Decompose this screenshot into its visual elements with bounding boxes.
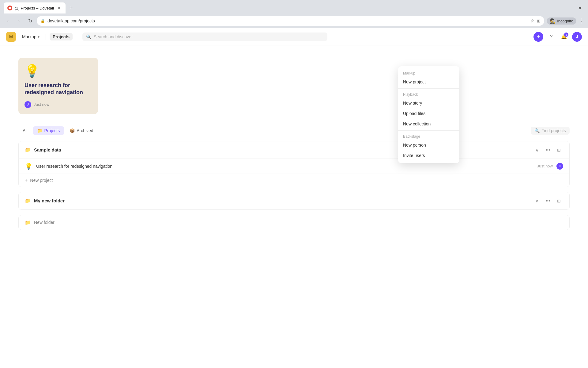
all-tab-label: All: [23, 128, 28, 133]
add-project-row[interactable]: + New project: [19, 174, 569, 187]
address-bar[interactable]: 🔒 dovetailapp.com/projects ☆ ⊞: [37, 16, 544, 26]
new-story-menu-item[interactable]: New story: [398, 98, 459, 108]
card-user-avatar: J: [24, 101, 31, 108]
my-new-folder-header: 📁 My new folder ∨ ••• ⊞: [19, 192, 569, 210]
collapse-folder-2-button[interactable]: ∨: [533, 197, 541, 205]
project-row-emoji: 💡: [25, 163, 32, 170]
projects-tab-icon: 📁: [37, 128, 43, 133]
notification-badge: 1: [564, 33, 568, 37]
projects-nav-link[interactable]: Projects: [50, 33, 73, 40]
new-tab-button[interactable]: +: [67, 4, 75, 12]
reload-button[interactable]: ↻: [26, 17, 34, 25]
dropdown-divider-2: [398, 130, 459, 131]
project-row-avatar: J: [556, 163, 563, 170]
find-projects-icon: 🔍: [534, 128, 540, 133]
archived-tab-icon: 📦: [70, 128, 75, 133]
folder-icon: 📁: [25, 147, 31, 153]
card-timestamp: Just now: [34, 102, 49, 107]
find-projects-search[interactable]: 🔍 Find projects: [531, 127, 570, 135]
search-placeholder-text: Search and discover: [94, 34, 133, 39]
workspace-dropdown[interactable]: Markup ▾: [20, 33, 42, 40]
card-emoji: 💡: [24, 64, 92, 78]
dropdown-divider-1: [398, 88, 459, 89]
folder-actions: ∧ ••• ⊞: [533, 146, 563, 154]
new-folder-row[interactable]: 📁 New folder: [18, 215, 570, 230]
folder-actions-2: ∨ ••• ⊞: [533, 197, 563, 205]
filter-all-tab[interactable]: All: [18, 126, 32, 135]
add-project-label: New project: [30, 178, 53, 183]
header-actions: + ? 🔔 1 J: [533, 32, 582, 42]
forward-button[interactable]: ›: [15, 17, 23, 25]
address-text: dovetailapp.com/projects: [47, 18, 528, 23]
new-collection-menu-item[interactable]: New collection: [398, 119, 459, 129]
tab-title: (1) Projects – Dovetail: [15, 6, 54, 10]
global-search-bar[interactable]: 🔍 Search and discover: [82, 33, 327, 41]
new-folder-icon: 📁: [25, 220, 31, 225]
new-project-menu-item[interactable]: New project: [398, 77, 459, 87]
chevron-down-icon: ▾: [38, 35, 40, 39]
card-title: User research for redesigned navigation: [24, 82, 92, 96]
playback-section-label: Playback: [398, 90, 459, 98]
question-mark-icon: ?: [550, 34, 553, 40]
sample-data-folder: 📁 Sample data ∧ ••• ⊞ 💡 User research fo…: [18, 141, 570, 187]
nav-divider: [46, 34, 46, 40]
incognito-badge: 🕵 Incognito: [547, 17, 576, 25]
user-avatar[interactable]: J: [572, 32, 582, 42]
bookmark-icon[interactable]: ☆: [530, 18, 534, 23]
active-tab[interactable]: (1) Projects – Dovetail ×: [4, 2, 66, 13]
new-folder-label: New folder: [34, 220, 55, 225]
folder-2-grid-button[interactable]: ⊞: [555, 197, 563, 205]
project-row-time: Just now: [537, 164, 553, 168]
filter-projects-tab[interactable]: 📁 Projects: [33, 126, 64, 135]
search-icon: 🔍: [86, 34, 91, 39]
filter-archived-tab[interactable]: 📦 Archived: [65, 126, 97, 135]
app-header: M Markup ▾ Projects 🔍 Search and discove…: [0, 28, 588, 45]
markup-section-label: Markup: [398, 69, 459, 77]
extensions-icon[interactable]: ⊞: [537, 18, 541, 23]
folder-name-2: My new folder: [34, 198, 530, 203]
app-container: M Markup ▾ Projects 🔍 Search and discove…: [0, 28, 588, 368]
tab-bar: (1) Projects – Dovetail × + ▾: [0, 0, 588, 13]
tab-end-controls: ▾: [576, 4, 584, 12]
backstage-section-label: Backstage: [398, 132, 459, 140]
project-card[interactable]: 💡 User research for redesigned navigatio…: [18, 58, 98, 114]
invite-users-menu-item[interactable]: Invite users: [398, 150, 459, 161]
main-content: 💡 User research for redesigned navigatio…: [0, 45, 588, 368]
projects-tab-label: Projects: [44, 128, 60, 133]
create-new-button[interactable]: +: [533, 32, 543, 42]
new-person-menu-item[interactable]: New person: [398, 140, 459, 150]
incognito-label: Incognito: [557, 19, 573, 23]
find-projects-placeholder: Find projects: [541, 128, 566, 133]
add-project-plus-icon: +: [25, 178, 28, 183]
folder-grid-button[interactable]: ⊞: [555, 146, 563, 154]
workspace-avatar: M: [6, 32, 16, 42]
my-new-folder: 📁 My new folder ∨ ••• ⊞: [18, 192, 570, 210]
upload-files-menu-item[interactable]: Upload files: [398, 108, 459, 119]
project-row-name: User research for redesigned navigation: [36, 164, 533, 169]
tab-close-button[interactable]: ×: [56, 5, 62, 11]
filter-tabs: All 📁 Projects 📦 Archived 🔍 Find project…: [18, 126, 570, 135]
browser-nav-bar: ‹ › ↻ 🔒 dovetailapp.com/projects ☆ ⊞ 🕵 I…: [0, 13, 588, 28]
table-row[interactable]: 💡 User research for redesigned navigatio…: [19, 159, 569, 174]
help-button[interactable]: ?: [546, 32, 556, 42]
plus-icon: +: [537, 33, 540, 40]
chrome-menu-button[interactable]: ⋮: [579, 17, 584, 24]
tab-favicon: [7, 6, 12, 10]
workspace-name: Markup: [22, 34, 36, 39]
browser-nav-right: 🕵 Incognito ⋮: [547, 17, 584, 25]
folder-more-button[interactable]: •••: [544, 146, 552, 154]
create-dropdown-menu: Markup New project Playback New story Up…: [398, 66, 459, 163]
sample-data-folder-header: 📁 Sample data ∧ ••• ⊞: [19, 141, 569, 159]
incognito-icon: 🕵: [550, 18, 556, 24]
card-footer: J Just now: [24, 101, 92, 108]
tab-menu-button[interactable]: ▾: [576, 4, 584, 12]
folder-icon-2: 📁: [25, 198, 31, 204]
lock-icon: 🔒: [40, 19, 45, 23]
collapse-folder-button[interactable]: ∧: [533, 146, 541, 154]
archived-tab-label: Archived: [77, 128, 93, 133]
notifications-button[interactable]: 🔔 1: [559, 32, 569, 42]
folder-2-more-button[interactable]: •••: [544, 197, 552, 205]
browser-chrome: (1) Projects – Dovetail × + ▾ ‹ › ↻ 🔒 do…: [0, 0, 588, 28]
back-button[interactable]: ‹: [4, 17, 12, 25]
